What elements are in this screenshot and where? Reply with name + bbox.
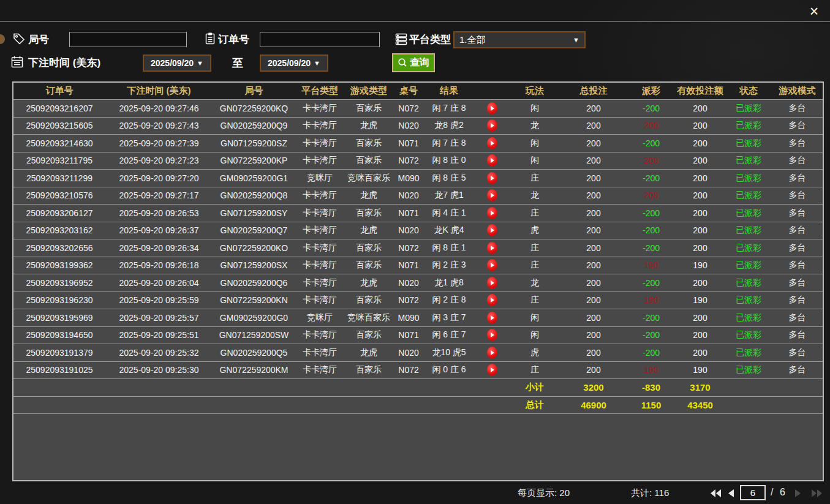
undefined [295,397,344,414]
cell-table-no: N071 [393,327,424,344]
prev-page-icon[interactable] [726,489,739,498]
cell-bet-time: 2025-09-20 09:25:30 [105,362,213,379]
cell-round-id: GN020259200Q5 [213,344,295,361]
cell-valid-bet: 200 [675,327,725,344]
table-row[interactable]: 250920932026562025-09-20 09:26:34GN07225… [13,239,823,257]
play-video-icon[interactable] [487,172,497,184]
cell-order-id: 25092093215605 [13,118,105,135]
table-row[interactable]: 250920932146302025-09-20 09:27:39GN07125… [13,134,823,152]
cell-status: 已派彩 [725,100,772,117]
undefined [393,379,424,396]
play-video-icon[interactable] [487,224,497,236]
play-video-icon[interactable] [487,312,497,324]
cell-bet-on: 龙 [510,187,560,205]
play-video-icon[interactable] [487,259,497,271]
cell-payout: 190 [627,292,675,309]
platform-type-select[interactable]: 1.全部 ▼ [453,31,586,48]
cell-game-mode: 多台 [772,118,823,135]
play-video-icon[interactable] [487,119,497,132]
cell-total-bet: 200 [560,187,627,205]
platform-filter-label: 平台类型 [409,32,451,47]
table-row[interactable]: 250920931910252025-09-20 09:25:30GN07225… [13,361,823,379]
cell-platform: 卡卡湾厅 [295,187,344,205]
last-page-icon[interactable] [811,489,823,498]
play-video-icon[interactable] [487,207,497,219]
cell-bet-time: 2025-09-20 09:27:20 [105,170,213,187]
table-row[interactable]: 250920931993622025-09-20 09:26:18GN07125… [13,257,823,274]
cell-payout: -200 [627,274,675,291]
play-video-icon[interactable] [487,189,497,201]
table-row[interactable]: 250920932156052025-09-20 09:27:43GN02025… [13,117,823,135]
play-video-icon[interactable] [487,347,497,359]
table-row[interactable]: 250920932112992025-09-20 09:27:20GM09025… [13,169,823,187]
table-row[interactable]: 250920932031622025-09-20 09:26:37GN02025… [13,222,823,239]
date-from-picker[interactable]: 2025/09/20 ▼ [143,55,211,72]
cell-status: 已派彩 [725,257,772,274]
undefined [105,379,213,396]
cell-round-id: GN072259200KQ [213,100,295,117]
table-row[interactable]: 250920932061272025-09-20 09:26:53GN07125… [13,204,823,222]
current-page-input[interactable] [740,485,766,500]
first-page-icon[interactable] [709,489,722,498]
cell-total-bet: 200 [560,100,627,117]
order-filter-label: 订单号 [218,32,249,47]
cell-order-id: 25092093202656 [13,239,105,257]
page-separator: / [771,487,773,498]
cell-result: 龙K 虎4 [424,222,474,239]
play-video-icon[interactable] [487,242,497,254]
cell-table-no: N071 [393,257,424,274]
cell-game-mode: 多台 [772,170,823,187]
cell-payout: -200 [627,135,675,152]
play-video-icon[interactable] [487,294,497,306]
cell-game-mode: 多台 [772,344,823,361]
date-to-picker[interactable]: 2025/09/20 ▼ [260,55,328,72]
cell-game-type: 龙虎 [344,187,393,205]
cell-order-id: 25092093210576 [13,187,105,205]
play-video-icon[interactable] [487,329,497,341]
cell-round-id: GN020259200Q7 [213,222,295,239]
cell-game-mode: 多台 [772,274,823,291]
cell-order-id: 25092093196952 [13,274,105,291]
cell-bet-on: 虎 [510,344,560,361]
cell-total-bet: 200 [560,222,627,239]
undefined [295,379,344,396]
table-row[interactable]: 250920932117952025-09-20 09:27:23GN07225… [13,152,823,170]
cell-table-no: N020 [393,187,424,205]
play-video-icon[interactable] [487,364,497,376]
play-video-icon[interactable] [487,137,497,149]
cell-status: 已派彩 [725,170,772,187]
table-row[interactable]: 250920932105762025-09-20 09:27:17GN02025… [13,187,823,205]
close-icon[interactable]: × [805,2,823,20]
cell-game-mode: 多台 [772,135,823,152]
next-page-icon[interactable] [794,489,806,498]
cell-status: 已派彩 [725,327,772,344]
undefined [393,397,424,414]
search-button[interactable]: 查询 [392,53,435,72]
cell-platform: 卡卡湾厅 [295,239,344,257]
cell-game-type: 百家乐 [344,327,393,344]
play-video-icon[interactable] [487,277,497,289]
cell-order-id: 25092093195969 [13,309,105,326]
table-row[interactable]: 250920931962302025-09-20 09:25:59GN07225… [13,291,823,309]
cell-table-no: N072 [393,292,424,309]
table-row[interactable]: 250920931946502025-09-20 09:25:51GN07125… [13,326,823,344]
table-row[interactable]: 250920931959692025-09-20 09:25:57GM09025… [13,309,823,326]
play-video-icon[interactable] [487,154,497,167]
column-header: 游戏模式 [772,83,823,99]
cell-order-id: 25092093203162 [13,222,105,239]
cell-platform: 卡卡湾厅 [295,205,344,222]
cell-result: 闲 7 庄 8 [424,135,474,152]
total-label: 总计 [510,397,560,414]
undefined [725,379,772,396]
cell-total-bet: 200 [560,309,627,326]
table-row[interactable]: 250920931969522025-09-20 09:26:04GN02025… [13,274,823,291]
play-video-icon[interactable] [487,102,497,115]
cell-table-no: N072 [393,152,424,170]
table-row[interactable]: 250920931913792025-09-20 09:25:32GN02025… [13,344,823,361]
cell-table-no: N020 [393,222,424,239]
cell-bet-time: 2025-09-20 09:26:34 [105,239,213,257]
table-row[interactable]: 250920932162072025-09-20 09:27:46GN07225… [13,99,823,117]
column-header: 下注时间 (美东) [105,83,213,99]
order-input[interactable] [260,32,380,47]
round-input[interactable] [69,32,187,47]
